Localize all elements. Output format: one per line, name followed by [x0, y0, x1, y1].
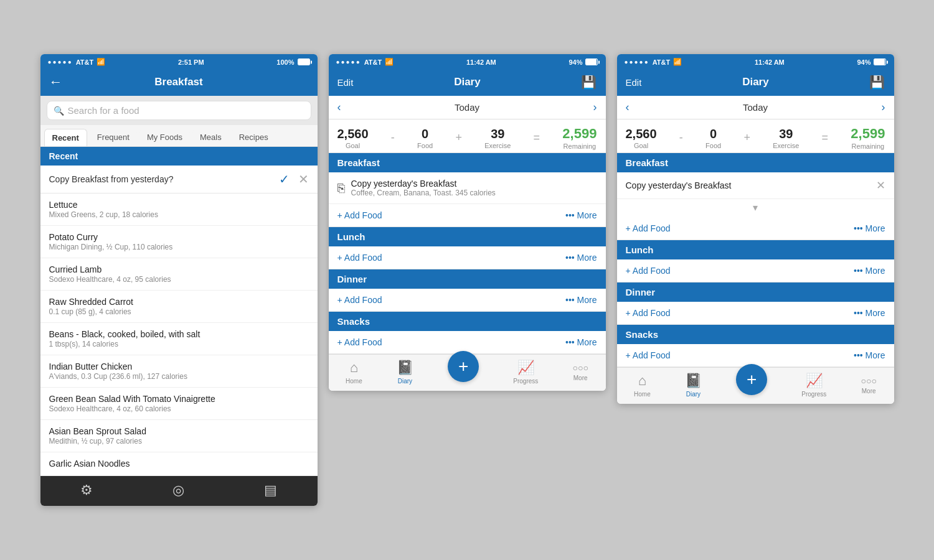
next-date-2[interactable]: ›: [593, 101, 597, 114]
tab-recipes[interactable]: Recipes: [232, 129, 276, 146]
home-icon-2: ⌂: [350, 360, 358, 376]
barcode-icon[interactable]: ▤: [264, 482, 277, 498]
tab-diary-3[interactable]: 📓 Diary: [685, 373, 702, 398]
list-item[interactable]: Green Bean Salad With Tomato Vinaigrette…: [40, 388, 318, 420]
back-button-1[interactable]: ←: [49, 74, 63, 90]
status-left-1: ●●●●● AT&T 📶: [48, 58, 106, 66]
edit-button-2[interactable]: Edit: [337, 77, 354, 88]
copy-cancel-button-3[interactable]: ✕: [876, 179, 885, 192]
cal-food-number: 0: [417, 127, 433, 141]
dinner-add-food-button-3[interactable]: + Add Food: [626, 308, 671, 318]
list-item[interactable]: Garlic Asian Noodles: [40, 452, 318, 476]
status-right-3: 94%: [857, 58, 886, 66]
list-item[interactable]: Raw Shredded Carrot 0.1 cup (85 g), 4 ca…: [40, 291, 318, 323]
status-left-3: ●●●●● AT&T 📶: [625, 58, 682, 66]
lunch-more-button-2[interactable]: ••• More: [565, 253, 597, 263]
snacks-add-row-2: + Add Food ••• More: [329, 331, 606, 353]
search-input[interactable]: Search for a food: [68, 105, 139, 116]
time-3: 11:42 AM: [755, 58, 785, 66]
copy-yesterday-row[interactable]: ⎘ Copy yesterday's Breakfast Coffee, Cre…: [329, 172, 606, 204]
add-button-2[interactable]: +: [448, 351, 479, 382]
carrier-3: AT&T: [653, 58, 671, 66]
cal-food-block-3: 0 Food: [705, 127, 721, 149]
battery-icon-2: [585, 58, 598, 65]
cal-food-label-3: Food: [705, 142, 721, 149]
snacks-header-3: Snacks: [617, 325, 894, 344]
copy-yesterday-row-3[interactable]: Copy yesterday's Breakfast ✕: [617, 172, 894, 199]
home-icon-3: ⌂: [638, 373, 646, 389]
diary-title-2: Diary: [454, 76, 481, 88]
screen-food-search: ●●●●● AT&T 📶 2:51 PM 100% ← Breakfast �: [40, 54, 318, 506]
cal-food-number-3: 0: [705, 127, 721, 141]
snacks-add-food-button-2[interactable]: + Add Food: [337, 337, 382, 347]
save-button-3[interactable]: 💾: [869, 75, 885, 90]
date-label-2: Today: [455, 102, 479, 113]
tab-home-3[interactable]: ⌂ Home: [634, 373, 651, 398]
copy-confirm-button[interactable]: ✓: [279, 172, 290, 187]
tab-more-3[interactable]: ○○○ More: [861, 376, 876, 394]
add-button-3[interactable]: +: [736, 364, 767, 395]
cal-exercise-block-3: 39 Exercise: [773, 127, 799, 149]
snacks-body-2: + Add Food ••• More: [329, 331, 606, 354]
snacks-more-button-3[interactable]: ••• More: [854, 350, 885, 360]
date-label-3: Today: [743, 102, 768, 113]
cal-op3-3: =: [822, 131, 829, 144]
list-item[interactable]: Potato Curry Michigan Dining, ½ Cup, 110…: [40, 226, 318, 258]
tab-frequent[interactable]: Frequent: [90, 129, 137, 146]
tab-meals[interactable]: Meals: [192, 129, 229, 146]
progress-icon-2: 📈: [517, 360, 534, 376]
next-date-3[interactable]: ›: [882, 101, 885, 114]
tabs-row: Recent Frequent My Foods Meals Recipes: [40, 125, 318, 147]
list-item[interactable]: Indian Butter Chicken A'viands, 0.3 Cup …: [40, 355, 318, 388]
diary-icon-3: 📓: [685, 373, 702, 389]
snacks-more-button-2[interactable]: ••• More: [565, 337, 597, 347]
snacks-header-2: Snacks: [329, 312, 606, 331]
search-bar[interactable]: 🔍 Search for a food: [47, 101, 311, 120]
cal-exercise-number: 39: [484, 127, 511, 141]
list-item[interactable]: Asian Bean Sprout Salad Medithin, ½ cup,…: [40, 420, 318, 452]
breakfast-add-food-button-3[interactable]: + Add Food: [626, 223, 671, 233]
tab-home-2[interactable]: ⌂ Home: [346, 360, 362, 385]
prev-date-2[interactable]: ‹: [337, 101, 341, 114]
recent-section-header: Recent: [40, 147, 318, 166]
list-item[interactable]: Curried Lamb Sodexo Healthcare, 4 oz, 95…: [40, 258, 318, 291]
list-item[interactable]: Beans - Black, cooked, boiled, with salt…: [40, 323, 318, 355]
food-detail: Sodexo Healthcare, 4 oz, 95 calories: [49, 275, 309, 284]
diary-nav-3: Edit Diary 💾: [617, 68, 894, 96]
edit-button-3[interactable]: Edit: [626, 77, 642, 88]
lunch-add-food-button-2[interactable]: + Add Food: [337, 253, 382, 263]
copy-cancel-button[interactable]: ✕: [298, 172, 309, 187]
cal-op1: -: [391, 131, 395, 144]
status-bar-1: ●●●●● AT&T 📶 2:51 PM 100%: [40, 54, 318, 68]
target-icon[interactable]: ◎: [172, 482, 184, 498]
breakfast-more-button-3[interactable]: ••• More: [854, 223, 885, 233]
snacks-add-food-button-3[interactable]: + Add Food: [626, 350, 671, 360]
settings-icon[interactable]: ⚙: [80, 482, 93, 498]
breakfast-more-button-2[interactable]: ••• More: [565, 210, 597, 220]
cal-exercise-block: 39 Exercise: [484, 127, 511, 149]
tab-progress-3[interactable]: 📈 Progress: [801, 373, 826, 398]
signal-dots-3: ●●●●●: [625, 58, 649, 65]
tab-more-2[interactable]: ○○○ More: [572, 363, 588, 381]
prev-date-3[interactable]: ‹: [626, 101, 630, 114]
save-button-2[interactable]: 💾: [581, 75, 597, 90]
dinner-more-button-2[interactable]: ••• More: [565, 295, 597, 305]
carrier-2: AT&T: [364, 58, 382, 66]
tab-diary-2[interactable]: 📓 Diary: [397, 360, 413, 385]
lunch-more-button-3[interactable]: ••• More: [854, 266, 885, 276]
cal-summary-3: 2,560 Goal - 0 Food + 39 Exercise = 2,59…: [617, 119, 894, 153]
breakfast-add-row-2: + Add Food ••• More: [329, 204, 606, 226]
dinner-more-button-3[interactable]: ••• More: [854, 308, 885, 318]
list-item[interactable]: Lettuce Mixed Greens, 2 cup, 18 calories: [40, 194, 318, 226]
progress-label-3: Progress: [801, 391, 826, 398]
copy-row-text: Copy Breakfast from yesterday?: [49, 174, 279, 184]
lunch-add-food-button-3[interactable]: + Add Food: [626, 266, 671, 276]
tab-progress-2[interactable]: 📈 Progress: [513, 360, 538, 385]
dinner-add-food-button-2[interactable]: + Add Food: [337, 295, 382, 305]
date-nav-2: ‹ Today ›: [329, 96, 606, 119]
food-detail: 1 tbsp(s), 14 calories: [49, 340, 309, 348]
breakfast-add-food-button-2[interactable]: + Add Food: [337, 210, 382, 220]
tab-recent[interactable]: Recent: [44, 129, 87, 146]
tab-my-foods[interactable]: My Foods: [139, 129, 190, 146]
carrier-1: AT&T: [76, 58, 94, 66]
